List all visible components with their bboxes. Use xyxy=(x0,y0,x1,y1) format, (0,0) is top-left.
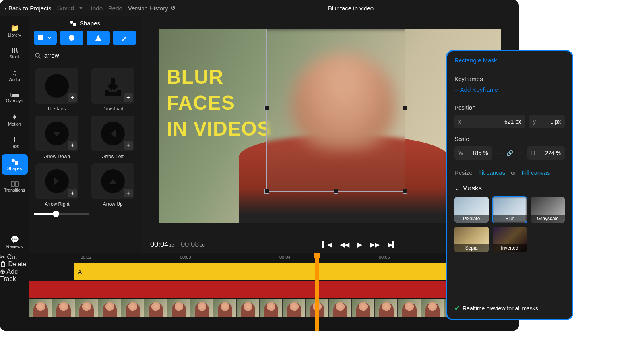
nav-audio[interactable]: ♫ Audio xyxy=(2,65,28,86)
shapes-icon xyxy=(11,158,19,165)
trash-icon: 🗑 xyxy=(0,261,6,267)
resize-handle[interactable] xyxy=(403,189,407,194)
shape-circle-button[interactable] xyxy=(60,31,83,45)
track-text[interactable]: A xyxy=(29,263,519,280)
resize-handle[interactable] xyxy=(403,106,407,110)
fit-canvas-button[interactable]: Fit canvas xyxy=(478,169,505,176)
nav-label: Overlays xyxy=(6,98,23,103)
video-clip[interactable] xyxy=(29,299,519,317)
mask-type-sepia[interactable]: Sepia xyxy=(454,227,489,252)
mask-type-pixelate[interactable]: Pixelate xyxy=(454,197,489,223)
shape-item-label: Arrow Left xyxy=(102,154,124,159)
resize-handle[interactable] xyxy=(264,189,269,194)
shape-item-arrow-down[interactable]: + Arrow Down xyxy=(34,116,80,159)
scale-w-input[interactable]: W 185 % xyxy=(454,146,492,160)
back-to-projects[interactable]: ‹ Back to Projects xyxy=(5,5,51,12)
add-icon[interactable]: + xyxy=(68,189,77,197)
masks-section-header[interactable]: ⌄ Masks xyxy=(454,184,565,192)
mask-type-label: Inverted xyxy=(493,244,527,252)
nav-reviews[interactable]: 💬 Reviews xyxy=(2,232,28,253)
resize-handle[interactable] xyxy=(264,106,269,110)
nav-transitions[interactable]: Transitions xyxy=(2,176,28,197)
keyframes-title: Keyframes xyxy=(454,76,565,82)
svg-point-9 xyxy=(69,35,74,41)
shape-item-arrow-left[interactable]: + Arrow Left xyxy=(90,116,136,159)
cut-button[interactable]: ✂ Cut xyxy=(0,253,29,261)
mask-clip[interactable] xyxy=(29,281,519,298)
position-x-input[interactable]: x 621 px xyxy=(454,115,525,128)
shape-item-arrow-right[interactable]: + Arrow Right xyxy=(34,163,80,207)
project-title: Blur face in video xyxy=(328,5,374,12)
shape-item-download[interactable]: + Download xyxy=(90,68,136,112)
version-history-button[interactable]: Version History ↺ xyxy=(128,4,176,12)
nav-label: Text xyxy=(10,144,18,149)
mask-type-inverted[interactable]: Inverted xyxy=(493,227,527,252)
playhead[interactable] xyxy=(315,253,319,331)
chat-icon: 💬 xyxy=(10,236,19,243)
mask-type-grayscale[interactable]: Grayscale xyxy=(531,197,565,223)
prev-clip-button[interactable]: ▎◀ xyxy=(322,241,332,248)
add-icon[interactable]: + xyxy=(68,93,77,102)
shape-pen-button[interactable] xyxy=(113,31,136,45)
ruler-tick: 00:03 xyxy=(180,255,191,259)
add-track-button[interactable]: ⊕ Add Track xyxy=(0,268,29,283)
thumbnail-size-slider[interactable] xyxy=(34,213,89,215)
check-icon: ✔ xyxy=(454,304,460,312)
shape-item-label: Arrow Up xyxy=(103,201,123,207)
timeline-ruler[interactable]: 00:02 00:03 00:04 00:05 xyxy=(29,253,519,263)
saved-status[interactable]: Saved ▾ xyxy=(57,4,83,12)
scale-h-input[interactable]: H 224 % xyxy=(527,146,565,160)
position-y-input[interactable]: y 0 px xyxy=(529,115,565,128)
nav-motion[interactable]: ✦ Motion xyxy=(2,110,28,130)
forward-button[interactable]: ▶▶ xyxy=(370,241,380,248)
realtime-preview-toggle[interactable]: ✔ Realtime preview for all masks xyxy=(454,304,565,312)
delete-button[interactable]: 🗑 Delete xyxy=(0,261,29,268)
mask-selection-rect[interactable] xyxy=(266,29,405,192)
next-clip-button[interactable]: ▶▎ xyxy=(388,241,397,248)
nav-overlays[interactable]: Overlays xyxy=(2,87,28,108)
track-mask[interactable] xyxy=(29,281,519,298)
mask-type-blur[interactable]: Blur xyxy=(493,197,527,223)
mask-panel-tab[interactable]: Rectangle Mask xyxy=(454,57,497,68)
topbar: ‹ Back to Projects Saved ▾ Undo Redo Ver… xyxy=(0,0,519,16)
track-video[interactable] xyxy=(29,299,519,317)
svg-rect-8 xyxy=(38,35,43,40)
nav-label: Stock xyxy=(9,54,20,59)
shape-rectangle-button[interactable] xyxy=(34,31,57,45)
nav-label: Shapes xyxy=(7,166,22,171)
folder-icon: 📁 xyxy=(10,25,19,32)
add-icon[interactable]: + xyxy=(124,189,133,197)
shape-triangle-button[interactable] xyxy=(87,31,110,45)
fill-canvas-button[interactable]: Fill canvas xyxy=(522,169,550,176)
redo-button[interactable]: Redo xyxy=(108,5,122,12)
shape-item-label: Upstairs xyxy=(48,106,66,112)
add-icon[interactable]: + xyxy=(68,141,77,150)
rewind-button[interactable]: ◀◀ xyxy=(340,241,349,248)
shape-item-arrow-up[interactable]: + Arrow Up xyxy=(90,163,136,207)
chevron-down-icon[interactable] xyxy=(45,37,54,39)
scale-title: Scale xyxy=(454,136,565,142)
chevron-left-icon: ‹ xyxy=(5,5,7,12)
nav-library[interactable]: 📁 Library xyxy=(2,21,28,41)
shape-item-label: Arrow Right xyxy=(45,201,70,207)
svg-point-6 xyxy=(70,21,73,24)
nav-stock[interactable]: Stock xyxy=(2,43,28,64)
scissors-icon: ✂ xyxy=(0,254,5,260)
nav-text[interactable]: T Text xyxy=(2,132,28,153)
link-icon[interactable]: 🔗 xyxy=(506,150,513,156)
nav-label: Audio xyxy=(9,77,20,82)
resize-handle[interactable] xyxy=(334,189,338,194)
play-button[interactable]: ▶ xyxy=(357,241,362,248)
current-time: 00:04 12 xyxy=(150,240,174,249)
search-input[interactable] xyxy=(44,52,135,59)
add-icon[interactable]: + xyxy=(124,141,133,150)
or-label: or xyxy=(511,169,516,176)
shape-item-upstairs[interactable]: + Upstairs xyxy=(34,68,80,112)
undo-button[interactable]: Undo xyxy=(88,5,103,12)
tool-label: Cut xyxy=(7,254,17,260)
back-label: Back to Projects xyxy=(8,5,51,12)
nav-shapes[interactable]: Shapes xyxy=(2,154,28,175)
add-keyframe-button[interactable]: + Add Keyframe xyxy=(454,86,565,93)
add-icon[interactable]: + xyxy=(124,93,133,102)
shapes-icon xyxy=(70,20,77,27)
